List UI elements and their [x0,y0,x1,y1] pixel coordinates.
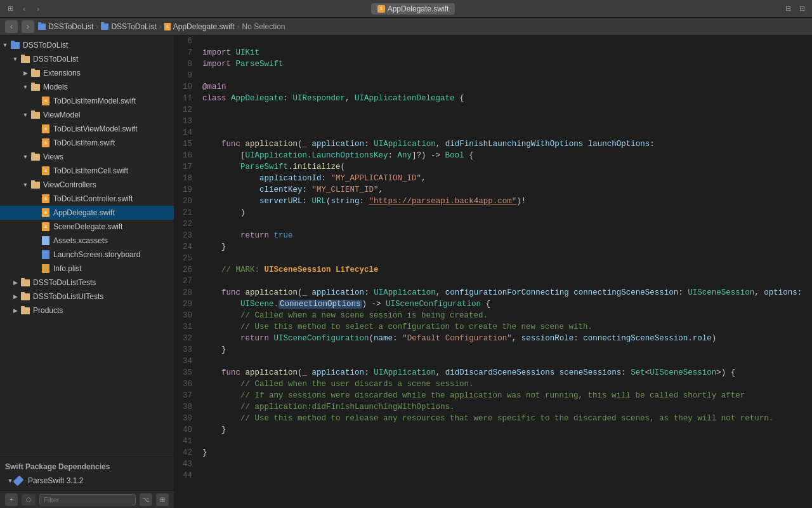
arrow-models: ▼ [20,84,30,90]
linecontent-38: // application:didFinishLaunchingWithOpt… [200,401,812,413]
linecontent-17: ParseSwift.initialize( [200,161,812,173]
launchscreen-icon [41,250,51,260]
sidebar-item-models[interactable]: ▼ Models [0,80,174,94]
linenum-15: 15 [174,138,200,150]
sidebar-item-launchscreen[interactable]: ▶ LaunchScreen.storyboard [0,248,174,262]
back-button[interactable]: ‹ [19,4,29,14]
pkg-item-parseswift[interactable]: ▼ ParseSwift 3.1.2 [0,474,174,488]
filter-sort-button[interactable]: ⌥ [140,493,152,506]
linecontent-10: @main [200,81,812,93]
sidebar-item-assets[interactable]: ▶ Assets.xcassets [0,234,174,248]
line-6: 6 [174,36,812,47]
models-folder-icon [30,82,41,92]
linecontent-42: } [200,447,812,458]
sidebar: ▼ DSSToDoList ▼ DSSToDoList ▶ [0,36,174,508]
main-area: ▼ DSSToDoList ▼ DSSToDoList ▶ [0,36,812,508]
linecontent-26: // MARK: UISceneSession Lifecycle [200,264,812,276]
line-7: 7 import UIKit [174,47,812,58]
bc-no-selection: No Selection [242,22,285,31]
linenum-34: 34 [174,356,200,367]
line-42: 42 } [174,447,812,458]
sidebar-item-root[interactable]: ▼ DSSToDoList [0,38,174,52]
appdelegate-icon: S [41,208,51,218]
line-8: 8 import ParseSwift [174,58,812,70]
forward-button[interactable]: › [33,4,43,14]
sidebar-bottom: Swift Package Dependencies ▼ ParseSwift … [0,457,174,490]
sidebar-item-todolistcontroller[interactable]: ▶ S ToDoListController.swift [0,192,174,206]
linenum-19: 19 [174,184,200,196]
line-21: 21 ) [174,207,812,218]
sidebar-item-appdelegate[interactable]: ▶ S AppDelegate.swift [0,206,174,220]
bc-item-1[interactable]: DSSToDoList [38,22,93,31]
sidebar-item-todolistviewmodel[interactable]: ▶ S ToDoListViewModel.swift [0,122,174,136]
line-31: 31 // Use this method to select a config… [174,321,812,333]
linenum-10: 10 [174,81,200,93]
linecontent-36: // Called when the user discards a scene… [200,378,812,390]
filter-input[interactable] [39,494,136,505]
linenum-44: 44 [174,470,200,481]
line-24: 24 } [174,241,812,253]
arrow-products: ▶ [10,307,20,314]
linenum-43: 43 [174,458,200,470]
line-10: 10 @main [174,81,812,93]
sidebar-item-uitests[interactable]: ▶ DSSToDoListUITests [0,290,174,304]
line-22: 22 [174,218,812,230]
sidebar-item-todolistitem[interactable]: ▶ S ToDoListItem.swift [0,136,174,150]
sidebar-item-scenedelegate[interactable]: ▶ S SceneDelegate.swift [0,220,174,234]
linenum-6: 6 [174,36,200,47]
titlebar: ⊞ ‹ › S AppDelegate.swift ⊟ ⊡ [0,0,812,18]
line-34: 34 [174,356,812,367]
sidebar-item-extensions[interactable]: ▶ Extensions [0,66,174,80]
code-lines: 6 7 import UIKit 8 import ParseSwift 9 1… [174,36,812,481]
sidebar-item-products[interactable]: ▶ Products [0,304,174,318]
todolistitemmodel-label: ToDoListItemModel.swift [53,97,136,105]
infoplist-icon [41,264,51,274]
todolistviewmodel-label: ToDoListViewModel.swift [53,124,138,133]
editor[interactable]: 6 7 import UIKit 8 import ParseSwift 9 1… [174,36,812,508]
line-30: 30 // Called when a new scene session is… [174,310,812,321]
linenum-35: 35 [174,367,200,378]
linecontent-22 [200,218,812,230]
filter-add-button[interactable]: + [5,493,18,506]
split-view-icon[interactable]: ⊟ [783,4,793,14]
swift-pkg-header: Swift Package Dependencies [0,460,174,474]
arrow-root: ▼ [0,42,10,48]
linecontent-37: // If any sessions were discarded while … [200,390,812,401]
tab-appdelegate[interactable]: S AppDelegate.swift [371,3,455,15]
sidebar-item-dssfolder[interactable]: ▼ DSSToDoList [0,52,174,66]
linecontent-20: serverURL: URL(string: "https://parseapi… [200,196,812,207]
linecontent-24: } [200,241,812,253]
sidebar-item-viewcontrollers[interactable]: ▼ ViewControllers [0,178,174,192]
linecontent-35: func application(_ application: UIApplic… [200,367,812,378]
sidebar-item-infoplist[interactable]: ▶ Info.plist [0,262,174,276]
arrow-viewcontrollers: ▼ [20,182,30,188]
bc-item-2[interactable]: DSSToDoList [101,22,156,31]
linecontent-19: clientKey: "MY_CLIENT_ID", [200,184,812,196]
linenum-13: 13 [174,116,200,127]
models-label: Models [43,83,68,91]
bc-item-3[interactable]: S AppDelegate.swift [164,22,235,31]
sidebar-tree[interactable]: ▼ DSSToDoList ▼ DSSToDoList ▶ [0,36,174,457]
line-35: 35 func application(_ application: UIApp… [174,367,812,378]
line-40: 40 } [174,424,812,436]
line-39: 39 // Use this method to release any res… [174,413,812,424]
infoplist-label: Info.plist [53,264,82,273]
sidebar-item-todolistitemmodel[interactable]: ▶ S ToDoListItemModel.swift [0,94,174,108]
linenum-36: 36 [174,378,200,390]
linecontent-11: class AppDelegate: UIResponder, UIApplic… [200,93,812,104]
grid-icon[interactable]: ⊞ [5,4,15,14]
sidebar-item-views[interactable]: ▼ Views [0,150,174,164]
filter-options-button[interactable]: ⊞ [156,493,169,506]
sidebar-item-viewmodel[interactable]: ▼ ViewModel [0,108,174,122]
sidebar-item-tests[interactable]: ▶ DSSToDoListTests [0,276,174,290]
sidebar-item-todolistitemcell[interactable]: ▶ S ToDoListItemCell.swift [0,164,174,178]
linenum-22: 22 [174,218,200,230]
forward-nav-button[interactable]: › [22,20,34,33]
assets-label: Assets.xcassets [53,236,108,245]
add-panel-icon[interactable]: ⊡ [797,4,807,14]
back-nav-button[interactable]: ‹ [5,20,18,33]
filter-icon: ⬡ [22,494,36,505]
bc-label-1: DSSToDoList [48,22,93,31]
linecontent-30: // Called when a new scene session is be… [200,310,812,321]
linenum-38: 38 [174,401,200,413]
